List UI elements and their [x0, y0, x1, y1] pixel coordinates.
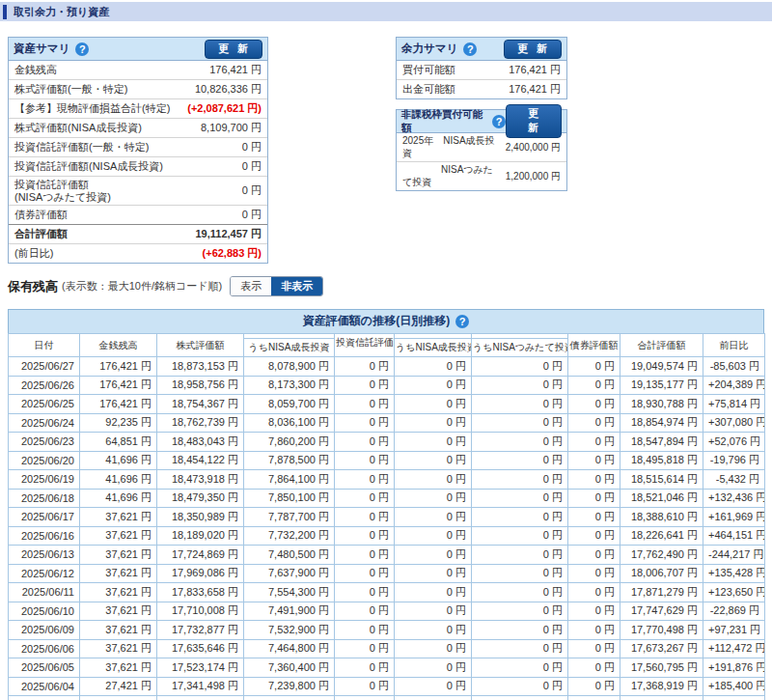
cell-amount: 7,864,100 円 — [244, 470, 335, 490]
summary-row: 金銭残高176,421 円 — [9, 61, 267, 79]
page-header-bar: 取引余力・預り資産 — [0, 2, 772, 21]
cell-amount: 17,156,098 円 — [157, 696, 244, 700]
cell-amount: 17,724,869 円 — [157, 546, 244, 565]
cell-amount: 0 円 — [568, 508, 620, 527]
summary-row-label: 投資信託評価額(一般・特定) — [14, 141, 238, 154]
table-row: 2025/06/1137,621 円17,833,658 円7,554,300 … — [9, 583, 765, 602]
table-row: 2025/06/1037,621 円17,710,008 円7,491,900 … — [9, 602, 765, 621]
cell-amount: 19,049,574 円 — [620, 357, 703, 377]
cell-amount: 8,078,900 円 — [244, 357, 335, 377]
cell-amount: 0 円 — [568, 357, 620, 377]
cell-amount: 17,770,498 円 — [620, 621, 703, 640]
cell-amount: 0 円 — [472, 526, 568, 546]
cell-amount: 18,762,739 円 — [157, 413, 244, 433]
summary-row: 投資信託評価額 (NISAつみたて投資)0 円 — [9, 176, 267, 205]
asset-summary-title: 資産サマリ — [14, 42, 69, 56]
cell-day-change: +123,650 円 — [703, 583, 765, 602]
holdings-title: 保有残高 — [8, 278, 58, 295]
table-row: 2025/06/0427,421 円17,341,498 円7,239,800 … — [9, 677, 765, 696]
table-row: 2025/06/0637,621 円17,635,646 円7,464,800 … — [9, 639, 765, 658]
cell-amount: 0 円 — [472, 470, 568, 490]
summary-row-value: 2,400,000 円 — [506, 141, 561, 154]
cell-amount: 7,554,300 円 — [244, 583, 335, 602]
cell-date: 2025/06/06 — [9, 639, 80, 658]
cell-date: 2025/06/09 — [9, 621, 80, 640]
cell-date: 2025/06/19 — [9, 470, 80, 490]
cell-amount: 0 円 — [335, 489, 395, 508]
summary-row-value: 1,200,000 円 — [506, 170, 561, 183]
cell-amount: 17,341,498 円 — [157, 677, 244, 696]
summary-row: 投資信託評価額(一般・特定)0 円 — [9, 137, 267, 156]
cell-amount: 17,523,174 円 — [157, 658, 244, 678]
cell-day-change: -244,217 円 — [703, 546, 765, 565]
col-header-trust: 投資信託評価額 — [335, 334, 395, 357]
cell-date: 2025/06/17 — [9, 508, 80, 527]
cell-amount: 18,189,020 円 — [157, 526, 244, 546]
cell-amount: 18,350,989 円 — [157, 508, 244, 527]
cell-amount: 0 円 — [472, 489, 568, 508]
help-icon[interactable]: ? — [75, 42, 89, 56]
summary-row: (前日比)(+62,883 円) — [9, 243, 267, 263]
table-row: 2025/06/25176,421 円18,754,367 円8,059,700… — [9, 395, 765, 414]
cell-amount: 0 円 — [395, 583, 472, 602]
cell-amount: 18,873,153 円 — [157, 357, 244, 377]
nisa-quota-header: 非課税枠買付可能額 ? 更 新 — [397, 110, 566, 133]
cell-amount: 0 円 — [335, 470, 395, 490]
cell-amount: 0 円 — [395, 677, 472, 696]
cell-amount: 7,637,900 円 — [244, 564, 335, 583]
cell-day-change: +185,400 円 — [703, 677, 765, 696]
table-row: 2025/06/27176,421 円18,873,153 円8,078,900… — [9, 357, 765, 377]
help-icon[interactable]: ? — [463, 42, 477, 56]
refresh-button[interactable]: 更 新 — [205, 40, 262, 59]
cell-amount: 27,421 円 — [80, 677, 157, 696]
asset-summary-rows: 金銭残高176,421 円株式評価額(一般・特定)10,826,336 円【参考… — [9, 61, 267, 263]
cell-amount: 7,480,500 円 — [244, 546, 335, 565]
cell-day-change: -22,869 円 — [703, 602, 765, 621]
margin-summary-panel: 余力サマリ ? 更 新 買付可能額176,421 円出金可能額176,421 円 — [396, 37, 567, 99]
cell-amount: 8,036,100 円 — [244, 413, 335, 433]
cell-amount: 0 円 — [568, 677, 620, 696]
col-header-cash: 金銭残高 — [80, 334, 157, 357]
cell-amount: 7,787,700 円 — [244, 508, 335, 527]
help-icon[interactable]: ? — [492, 115, 506, 128]
cell-amount: 0 円 — [395, 546, 472, 565]
col-header-trust-nisa-tsumitate: うちNISAつみたて投資 — [472, 339, 568, 357]
cell-amount: 0 円 — [472, 357, 568, 377]
cell-day-change: +464,151 円 — [703, 526, 765, 546]
summary-row-value: 0 円 — [242, 183, 262, 198]
hide-button[interactable]: 非表示 — [271, 277, 322, 295]
nisa-quota-rows: 2025年 NISA成長投資2,400,000 円 NISAつみたて投資1,20… — [397, 133, 566, 190]
col-header-date: 日付 — [9, 334, 80, 357]
cell-amount: 37,621 円 — [80, 602, 157, 621]
refresh-button[interactable]: 更 新 — [506, 104, 562, 138]
cell-amount: 0 円 — [568, 658, 620, 678]
cell-amount: 37,621 円 — [80, 658, 157, 678]
summary-row-value: 176,421 円 — [509, 82, 561, 97]
cell-amount: 0 円 — [395, 357, 472, 377]
cell-amount: 8,059,700 円 — [244, 395, 335, 414]
cell-amount: 0 円 — [335, 357, 395, 377]
cell-amount: 18,473,918 円 — [157, 470, 244, 490]
margin-summary-header: 余力サマリ ? 更 新 — [397, 38, 566, 61]
cell-amount: 7,464,800 円 — [244, 639, 335, 658]
nisa-quota-panel: 非課税枠買付可能額 ? 更 新 2025年 NISA成長投資2,400,000 … — [396, 109, 567, 191]
help-icon[interactable]: ? — [455, 315, 469, 328]
cell-amount: 37,621 円 — [80, 546, 157, 565]
cell-amount: 18,479,350 円 — [157, 489, 244, 508]
cell-amount: 0 円 — [395, 413, 472, 433]
cell-amount: 0 円 — [335, 696, 395, 700]
cell-amount: 0 円 — [568, 489, 620, 508]
cell-amount: 0 円 — [335, 526, 395, 546]
cell-amount: 0 円 — [335, 395, 395, 414]
refresh-button[interactable]: 更 新 — [504, 40, 562, 59]
cell-day-change: +97,231 円 — [703, 621, 765, 640]
cell-date: 2025/06/03 — [9, 696, 80, 700]
cell-amount: 18,854,974 円 — [620, 413, 703, 433]
table-row: 2025/06/1637,621 円18,189,020 円7,732,200 … — [9, 526, 765, 546]
cell-amount: 27,421 円 — [80, 696, 157, 700]
summary-row-value: 0 円 — [242, 140, 262, 154]
show-button[interactable]: 表示 — [231, 277, 271, 295]
table-row: 2025/06/0537,621 円17,523,174 円7,360,400 … — [9, 658, 765, 678]
cell-amount: 7,878,500 円 — [244, 451, 335, 470]
cell-amount: 7,732,200 円 — [244, 526, 335, 546]
